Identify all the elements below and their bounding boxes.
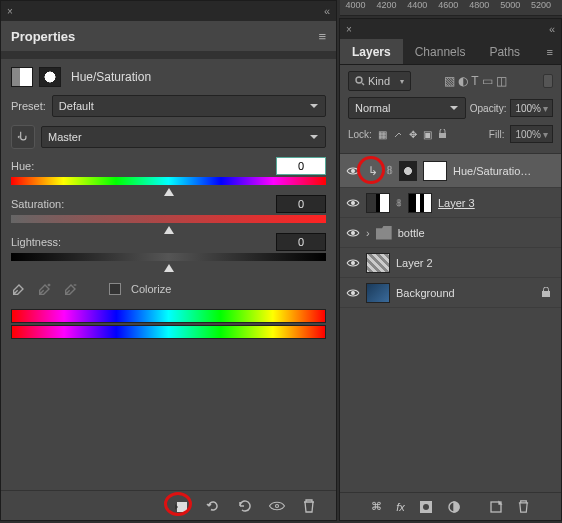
eyedropper-subtract-icon[interactable] [63,281,79,297]
fill-label: Fill: [489,129,505,140]
layers-panel: × « Layers Channels Paths ≡ Kind ▾ ▧◐T▭◫… [339,18,562,521]
saturation-label: Saturation: [11,198,64,210]
spectrum-output-bar [11,325,326,339]
opacity-label: Opacity: [470,103,507,114]
filter-shape-icon[interactable]: ▭ [482,74,496,88]
canvas-ruler: 4000 4200 4400 4600 4800 5000 5200 [340,0,562,16]
saturation-slider[interactable] [11,215,326,223]
channel-select[interactable]: Master [41,126,326,148]
svg-point-5 [352,201,355,204]
layer-row-background[interactable]: Background [340,278,561,308]
panel-collapse-icon[interactable]: « [549,23,555,35]
layer-name[interactable]: Layer 2 [396,257,555,269]
visibility-toggle-icon[interactable] [346,256,360,270]
blend-mode-select[interactable]: Normal [348,97,466,119]
reset-icon[interactable] [236,497,254,515]
visibility-toggle-icon[interactable] [346,164,360,178]
visibility-icon[interactable] [268,497,286,515]
close-icon[interactable]: × [7,6,13,17]
lock-pixels-icon[interactable] [393,129,403,139]
layer-thumbnail[interactable] [366,253,390,273]
filter-toggle-icon[interactable] [543,74,553,88]
filter-type-icons[interactable]: ▧◐T▭◫ [415,74,539,88]
colorize-checkbox[interactable] [109,283,121,295]
panel-title: Properties [11,29,75,44]
fill-input[interactable]: 100%▾ [510,125,553,143]
tab-paths[interactable]: Paths [477,39,532,64]
lock-artboard-icon[interactable]: ▣ [423,129,432,140]
eyedropper-icon[interactable] [11,281,27,297]
disclosure-icon[interactable]: › [366,227,370,239]
filter-pixel-icon[interactable]: ▧ [444,74,458,88]
lightness-input[interactable] [276,233,326,251]
filter-smart-icon[interactable]: ◫ [496,74,510,88]
previous-state-icon[interactable] [204,497,222,515]
saturation-input[interactable] [276,195,326,213]
visibility-toggle-icon[interactable] [346,196,360,210]
link-layers-icon[interactable]: ⌘ [371,500,382,513]
eyedropper-add-icon[interactable] [37,281,53,297]
folder-icon [376,226,392,240]
properties-panel: × « Properties ≡ Hue/Saturation Preset: … [0,0,337,521]
tab-layers[interactable]: Layers [340,39,403,64]
svg-point-1 [276,504,279,507]
properties-footer [1,490,336,520]
hue-slider[interactable] [11,177,326,185]
tab-channels[interactable]: Channels [403,39,478,64]
targeted-adjustment-icon[interactable] [11,125,35,149]
layer-name[interactable]: Layer 3 [438,197,555,209]
trash-icon[interactable] [300,497,318,515]
link-icon[interactable]: 𝟠 [386,164,393,177]
layer-name[interactable]: Hue/Saturatio… [453,165,555,177]
close-icon[interactable]: × [346,24,352,35]
layer-list: ↳ 𝟠 Hue/Saturatio… 𝟠 Layer 3 › bott [340,153,561,492]
visibility-toggle-icon[interactable] [346,226,360,240]
panel-collapse-icon[interactable]: « [324,5,330,17]
panel-menu-icon[interactable]: ≡ [539,46,561,58]
lock-all-icon[interactable] [438,129,447,139]
layer-name[interactable]: bottle [398,227,555,239]
lock-transparency-icon[interactable]: ▦ [378,129,387,140]
svg-rect-3 [439,133,446,138]
panel-tabs: Layers Channels Paths ≡ [340,39,561,65]
filter-kind-select[interactable]: Kind ▾ [348,71,411,91]
panel-menu-icon[interactable]: ≡ [318,29,326,44]
clip-to-layer-icon[interactable] [172,497,190,515]
trash-icon[interactable] [517,499,530,514]
histogram-icon [11,67,33,87]
spectrum-input-bar [11,309,326,323]
layer-row-bottle[interactable]: › bottle [340,218,561,248]
svg-point-11 [423,504,429,510]
link-icon[interactable]: 𝟠 [396,198,402,208]
opacity-input[interactable]: 100%▾ [510,99,553,117]
fx-icon[interactable]: fx [396,501,405,513]
visibility-toggle-icon[interactable] [346,286,360,300]
colorize-label: Colorize [131,283,171,295]
layer-thumbnail[interactable] [366,193,390,213]
lock-position-icon[interactable]: ✥ [409,129,417,140]
new-layer-icon[interactable] [489,500,503,514]
mask-thumbnail[interactable] [408,193,432,213]
mask-thumbnail[interactable] [423,161,447,181]
lock-icon [541,287,551,298]
layer-thumbnail[interactable] [366,283,390,303]
mask-icon[interactable] [419,500,433,514]
panel-tab-bar: × « [340,19,561,39]
filter-type-icon[interactable]: T [471,74,481,88]
svg-point-2 [356,77,362,83]
svg-point-6 [352,231,355,234]
adjustment-layer-icon[interactable] [447,500,461,514]
preset-select[interactable]: Default [52,95,326,117]
filter-adjust-icon[interactable]: ◐ [458,74,471,88]
adjustment-thumb-icon [399,161,417,181]
hue-input[interactable] [276,157,326,175]
hue-label: Hue: [11,160,34,172]
panel-tab-bar: × « [1,1,336,21]
layer-name[interactable]: Background [396,287,535,299]
layer-row-layer3[interactable]: 𝟠 Layer 3 [340,188,561,218]
layer-row-layer2[interactable]: Layer 2 [340,248,561,278]
layers-footer: ⌘ fx [340,492,561,520]
lock-label: Lock: [348,129,372,140]
layer-row-hue-saturation[interactable]: ↳ 𝟠 Hue/Saturatio… [340,154,561,188]
lightness-slider[interactable] [11,253,326,261]
